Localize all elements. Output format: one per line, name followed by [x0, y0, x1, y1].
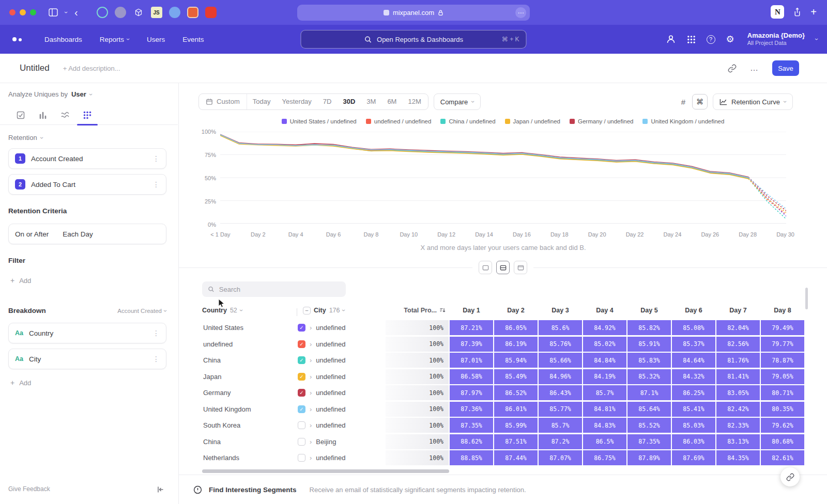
legend-item[interactable]: undefined / undefined: [366, 118, 432, 124]
compare-button[interactable]: Compare ›: [434, 93, 481, 110]
table-only-view-icon[interactable]: [514, 261, 527, 274]
more-options-button[interactable]: …: [750, 64, 759, 73]
expand-chevron-icon[interactable]: ›: [310, 340, 312, 348]
day-cell[interactable]: 85.99%: [494, 418, 538, 433]
day-column-header[interactable]: Day 7: [716, 307, 760, 314]
day-cell[interactable]: 82.42%: [716, 402, 760, 417]
nav-users[interactable]: Users: [147, 36, 165, 43]
browser-sidebar-icon[interactable]: [49, 8, 58, 17]
row-checkbox[interactable]: [298, 438, 305, 446]
address-bar[interactable]: mixpanel.com ⋯: [297, 5, 530, 21]
day-cell[interactable]: 86.05%: [494, 320, 538, 335]
day-cell[interactable]: 82.33%: [716, 418, 760, 433]
day-cell[interactable]: 88.85%: [450, 450, 493, 465]
expand-chevron-icon[interactable]: ›: [310, 389, 312, 397]
day-cell[interactable]: 87.01%: [450, 353, 493, 368]
expand-chevron-icon[interactable]: ›: [310, 356, 312, 364]
zoom-window-button[interactable]: [30, 9, 36, 15]
retention-criteria-card[interactable]: On or After Each Day: [8, 224, 166, 244]
day-cell[interactable]: 87.69%: [672, 450, 715, 465]
expand-chevron-icon[interactable]: ›: [310, 373, 312, 381]
day-column-header[interactable]: Day 5: [627, 307, 671, 314]
country-cell[interactable]: United Kingdom: [202, 402, 297, 417]
add-breakdown-button[interactable]: + Add: [10, 379, 31, 387]
day-cell[interactable]: 81.41%: [716, 369, 760, 384]
day-cell[interactable]: 83.13%: [716, 434, 760, 449]
day-cell[interactable]: 79.05%: [761, 369, 804, 384]
extension-icon-6[interactable]: [187, 7, 198, 18]
nav-reports[interactable]: Reports ›: [100, 36, 129, 43]
day-cell[interactable]: 84.92%: [583, 320, 626, 335]
day-cell[interactable]: 86.19%: [494, 337, 538, 352]
day-cell[interactable]: 85.82%: [627, 320, 671, 335]
step-event-label[interactable]: Account Created: [31, 155, 147, 163]
breakdown-property-label[interactable]: Country: [29, 329, 147, 337]
day-cell[interactable]: 85.41%: [672, 402, 715, 417]
select-all-checkbox[interactable]: –: [303, 307, 311, 314]
breakdown-card[interactable]: Aa City ⋮: [8, 349, 166, 369]
country-cell[interactable]: Japan: [202, 369, 297, 384]
day-column-header[interactable]: Day 2: [494, 307, 538, 314]
collapse-sidebar-icon[interactable]: [156, 485, 164, 494]
day-cell[interactable]: 84.35%: [716, 450, 760, 465]
day-cell[interactable]: 85.49%: [494, 369, 538, 384]
criteria-condition-dropdown[interactable]: On or After: [15, 230, 49, 238]
extension-icon-2[interactable]: [115, 7, 126, 18]
analyze-entity-dropdown[interactable]: User: [71, 90, 86, 98]
city-cell[interactable]: ✓ › undefined: [297, 385, 386, 400]
day-cell[interactable]: 87.89%: [627, 450, 671, 465]
back-button[interactable]: ‹: [74, 7, 78, 18]
day-cell[interactable]: 85.77%: [539, 402, 582, 417]
share-link-fab[interactable]: [780, 467, 800, 486]
save-button[interactable]: Save: [772, 60, 799, 76]
day-cell[interactable]: 82.56%: [716, 337, 760, 352]
table-row[interactable]: China ✓ › undefined 100% 87.01% 85.94% 8…: [202, 353, 804, 368]
day-cell[interactable]: 87.44%: [494, 450, 538, 465]
day-cell[interactable]: 87.39%: [450, 337, 493, 352]
day-cell[interactable]: 78.87%: [761, 353, 804, 368]
row-checkbox[interactable]: [298, 454, 305, 462]
day-cell[interactable]: 85.91%: [627, 337, 671, 352]
apps-grid-icon[interactable]: [687, 35, 696, 44]
day-cell[interactable]: 87.51%: [494, 434, 538, 449]
nav-events[interactable]: Events: [182, 36, 204, 43]
breakdown-property-label[interactable]: City: [29, 355, 147, 363]
report-title[interactable]: Untitled: [20, 63, 50, 73]
city-cell[interactable]: › Beijing: [297, 434, 386, 449]
nav-dashboards[interactable]: Dashboards: [44, 36, 82, 43]
day-column-header[interactable]: Day 8: [761, 307, 804, 314]
city-cell[interactable]: › undefined: [297, 450, 386, 465]
day-cell[interactable]: 85.37%: [672, 337, 715, 352]
step-event-label[interactable]: Added To Cart: [31, 181, 147, 188]
chevron-down-icon[interactable]: ›: [63, 11, 69, 13]
table-row[interactable]: Germany ✓ › undefined 100% 87.97% 86.52%…: [202, 385, 804, 400]
expand-chevron-icon[interactable]: ›: [310, 438, 312, 446]
row-checkbox[interactable]: ✓: [298, 324, 305, 332]
retention-chart[interactable]: [220, 132, 786, 224]
day-cell[interactable]: 84.64%: [672, 353, 715, 368]
city-cell[interactable]: ✓ › undefined: [297, 353, 386, 368]
retention-tab-icon[interactable]: [81, 109, 94, 121]
row-checkbox[interactable]: ✓: [298, 389, 305, 397]
day-cell[interactable]: 84.19%: [583, 369, 626, 384]
city-cell[interactable]: ✓ › undefined: [297, 320, 386, 335]
table-row[interactable]: United States ✓ › undefined 100% 87.21% …: [202, 320, 804, 335]
expand-chevron-icon[interactable]: ›: [310, 405, 312, 413]
day-column-header[interactable]: Day 6: [672, 307, 715, 314]
day-column-header[interactable]: Day 3: [539, 307, 582, 314]
global-search[interactable]: Open Reports & Dashboards ⌘ + K: [301, 30, 527, 49]
date-range-yesterday[interactable]: Yesterday: [277, 94, 317, 109]
day-cell[interactable]: 84.96%: [539, 369, 582, 384]
retention-step-card[interactable]: 1 Account Created ⋮: [8, 148, 166, 169]
day-cell[interactable]: 85.03%: [672, 418, 715, 433]
kebab-menu-icon[interactable]: ⋮: [152, 154, 160, 163]
day-cell[interactable]: 87.35%: [627, 434, 671, 449]
table-search-input[interactable]: [219, 286, 340, 293]
day-cell[interactable]: 79.49%: [761, 320, 804, 335]
date-range-today[interactable]: Today: [247, 94, 277, 109]
date-range-3m[interactable]: 3M: [361, 94, 381, 109]
day-cell[interactable]: 85.94%: [494, 353, 538, 368]
mixpanel-logo[interactable]: [12, 37, 22, 41]
day-cell[interactable]: 86.75%: [583, 450, 626, 465]
day-cell[interactable]: 86.03%: [672, 434, 715, 449]
